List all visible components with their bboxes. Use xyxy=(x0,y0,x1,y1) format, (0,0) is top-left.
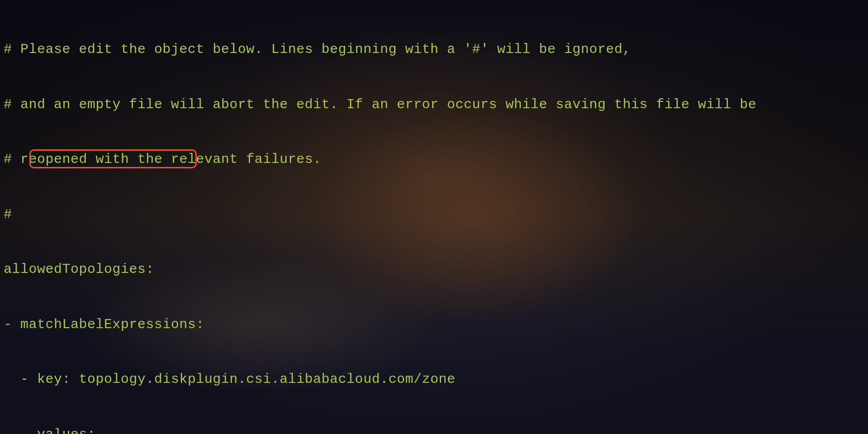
editor-line[interactable]: # Please edit the object below. Lines be… xyxy=(4,40,868,59)
editor-line[interactable]: values: xyxy=(4,425,868,434)
editor-line[interactable]: # xyxy=(4,205,868,224)
editor-line[interactable]: - matchLabelExpressions: xyxy=(4,315,868,334)
editor-line[interactable]: # and an empty file will abort the edit.… xyxy=(4,95,868,114)
editor-line[interactable]: # reopened with the relevant failures. xyxy=(4,150,868,169)
editor-viewport[interactable]: # Please edit the object below. Lines be… xyxy=(0,0,868,434)
editor-line[interactable]: allowedTopologies: xyxy=(4,260,868,279)
editor-line[interactable]: - key: topology.diskplugin.csi.alibabacl… xyxy=(4,370,868,389)
